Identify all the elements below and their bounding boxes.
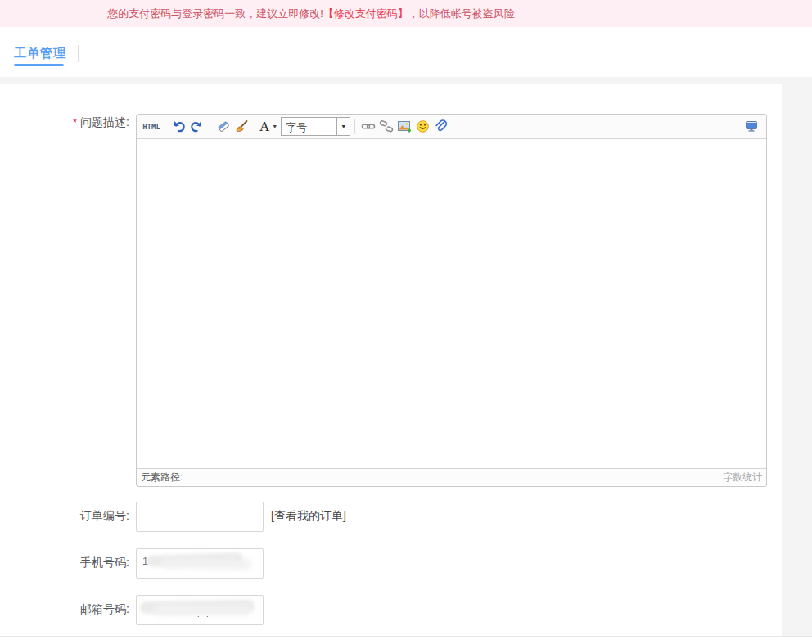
eraser-button[interactable] xyxy=(214,118,232,136)
editor-content-area[interactable] xyxy=(137,139,766,468)
view-my-orders-link[interactable]: [查看我的订单] xyxy=(271,509,346,524)
font-size-value: 字号 xyxy=(282,118,336,135)
toolbar-separator xyxy=(354,119,355,134)
background-band xyxy=(0,77,812,84)
paperclip-icon xyxy=(434,119,448,133)
phone-number-input[interactable]: 1 xyxy=(136,548,264,579)
html-source-button[interactable]: HTML xyxy=(142,118,160,136)
email-label: 邮箱号码: xyxy=(0,602,129,617)
format-painter-icon xyxy=(234,119,249,133)
required-asterisk: * xyxy=(73,116,77,128)
image-icon xyxy=(397,119,412,133)
font-style-label: A xyxy=(259,119,269,135)
redacted-value-smudge xyxy=(161,558,251,570)
email-input[interactable]: . . xyxy=(136,595,264,625)
font-style-button[interactable]: A ▼ xyxy=(259,118,277,136)
link-icon xyxy=(361,119,376,133)
insert-image-button[interactable] xyxy=(395,118,413,136)
toolbar-separator xyxy=(255,119,255,134)
tab-separator xyxy=(78,45,79,62)
warning-text-after: ，以降低帐号被盗风险 xyxy=(408,7,515,20)
insert-link-button[interactable] xyxy=(359,118,377,136)
format-painter-button[interactable] xyxy=(232,118,250,136)
rich-text-editor: HTML xyxy=(136,114,767,487)
chevron-down-icon: ▼ xyxy=(272,124,277,129)
description-label: *问题描述: xyxy=(0,115,129,130)
fullscreen-button[interactable] xyxy=(742,118,760,136)
unlink-icon xyxy=(379,119,394,133)
description-label-text: 问题描述: xyxy=(80,115,129,128)
editor-toolbar: HTML xyxy=(137,115,766,139)
toolbar-separator xyxy=(165,119,165,134)
insert-emoticon-button[interactable] xyxy=(413,118,431,136)
element-path-label: 元素路径: xyxy=(141,471,183,484)
email-visible-hint: . . xyxy=(197,610,211,619)
active-tab-underline xyxy=(14,64,64,66)
security-warning-banner: 您的支付密码与登录密码一致，建议立即修改!【修改支付密码】，以降低帐号被盗风险 xyxy=(0,0,812,27)
redo-button[interactable] xyxy=(187,118,205,136)
security-warning-text: 您的支付密码与登录密码一致，建议立即修改!【修改支付密码】，以降低帐号被盗风险 xyxy=(0,7,622,21)
insert-attachment-button[interactable] xyxy=(431,118,449,136)
order-number-label: 订单编号: xyxy=(0,509,129,524)
editor-statusbar: 元素路径: 字数统计 xyxy=(137,468,766,485)
change-pay-password-link[interactable]: 【修改支付密码】 xyxy=(323,7,408,20)
panel-bottom-divider xyxy=(0,636,812,637)
phone-number-label: 手机号码: xyxy=(0,556,129,570)
warning-text-before: 您的支付密码与登录密码一致，建议立即修改! xyxy=(107,7,323,20)
order-number-input[interactable] xyxy=(136,502,264,532)
font-size-select[interactable]: 字号 ▼ xyxy=(281,117,350,136)
tab-bar: 工单管理 xyxy=(0,27,812,77)
page: 您的支付密码与登录密码一致，建议立即修改!【修改支付密码】，以降低帐号被盗风险 … xyxy=(0,0,812,644)
work-order-form-panel: *问题描述: HTML xyxy=(0,84,782,636)
eraser-icon xyxy=(216,119,231,133)
undo-button[interactable] xyxy=(169,118,187,136)
html-source-label: HTML xyxy=(142,123,160,131)
remove-link-button[interactable] xyxy=(377,118,395,136)
toolbar-separator xyxy=(210,119,210,134)
word-count-label: 字数统计 xyxy=(723,471,762,484)
tab-work-order-management[interactable]: 工单管理 xyxy=(14,46,66,61)
emoji-icon xyxy=(416,119,430,133)
redo-icon xyxy=(190,119,204,133)
fullscreen-monitor-icon xyxy=(744,119,759,133)
chevron-down-icon: ▼ xyxy=(336,118,350,135)
undo-icon xyxy=(172,119,186,133)
background-right-gutter xyxy=(782,84,812,636)
